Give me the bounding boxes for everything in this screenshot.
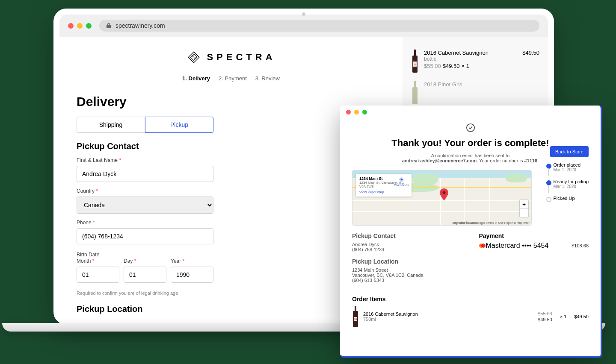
order-item-row: 18 2016 Cabernet Sauvignon 750ml $55.00 … — [352, 306, 589, 327]
payment-amount: $108.68 — [572, 243, 589, 248]
brand-header: SPECTRA — [77, 50, 385, 65]
cart-item: 2018 Pinot Gris — [411, 81, 539, 104]
step-delivery[interactable]: 1. Delivery — [182, 75, 210, 82]
cart-item-qty: × 1 — [462, 63, 469, 69]
view-larger-map-link[interactable]: View larger map — [359, 190, 384, 194]
directions-icon — [398, 176, 404, 182]
svg-rect-10 — [355, 306, 356, 311]
svg-rect-1 — [191, 54, 197, 60]
map-info-card: 1234 Main St 1234 Main St, Vancouver, BC… — [356, 174, 412, 197]
phone-input[interactable] — [77, 228, 213, 244]
wine-bottle-icon: 18 — [352, 306, 359, 327]
close-window-icon[interactable] — [68, 23, 74, 29]
delivery-mode-tabs: Shipping Pickup — [77, 117, 213, 133]
timeline-item-ready: Ready for pickup Mar 1, 2020 — [545, 179, 589, 189]
name-input[interactable] — [77, 166, 213, 182]
order-details: Pickup Contact Andrea Dyck (604) 768-123… — [352, 232, 589, 289]
pickup-tab[interactable]: Pickup — [145, 117, 213, 133]
wine-bottle-icon: 18 — [411, 50, 419, 73]
order-item-total: $49.50 — [574, 314, 589, 319]
window-controls — [68, 23, 92, 29]
country-select[interactable]: Canada — [77, 197, 213, 214]
lock-icon — [106, 23, 111, 29]
pickup-location-phone: (604) 613-5343 — [352, 278, 462, 283]
minimize-window-icon[interactable] — [354, 110, 359, 114]
svg-text:18: 18 — [414, 63, 417, 66]
svg-rect-2 — [414, 50, 416, 56]
order-item-variant: 750ml — [363, 317, 533, 322]
map-zoom-in-button[interactable]: + — [520, 200, 528, 208]
page-title: Delivery — [77, 94, 385, 109]
order-item-name: 2016 Cabernet Sauvignon — [363, 311, 533, 317]
brand-name: SPECTRA — [207, 52, 275, 63]
order-item-qty: × 1 — [560, 314, 567, 319]
phone-field: Phone * — [77, 220, 213, 244]
svg-rect-7 — [412, 87, 418, 104]
map-attribution: Map data ©2021 Google Terms of Use Repor… — [452, 221, 530, 224]
checkmark-circle-icon — [466, 123, 475, 132]
wine-bottle-icon — [411, 81, 419, 104]
svg-rect-0 — [189, 52, 199, 62]
pickup-location-addr1: 1234 Main Street — [352, 267, 462, 273]
svg-rect-6 — [414, 81, 416, 87]
pickup-contact-phone: (604) 768-1234 — [352, 247, 462, 252]
payment-title: Payment — [479, 232, 589, 239]
cart-item-total: $49.50 — [522, 50, 539, 56]
confirmation-window: Thank you! Your order is complete! A con… — [340, 106, 602, 358]
month-label: Month * — [77, 258, 119, 264]
map-pin-icon — [440, 188, 448, 200]
order-items-title: Order Items — [352, 296, 589, 302]
overlay-window-controls — [340, 106, 601, 119]
name-field: First & Last Name * — [77, 157, 213, 182]
pickup-contact-name: Andrea Dyck — [352, 242, 462, 247]
pickup-contact-title: Pickup Contact — [352, 232, 462, 239]
country-label: Country * — [77, 188, 213, 194]
maximize-window-icon[interactable] — [362, 110, 367, 114]
step-review[interactable]: 3. Review — [255, 75, 280, 82]
birthdate-helper: Required to confirm you are of legal dri… — [77, 291, 213, 296]
month-input[interactable] — [77, 267, 119, 283]
map-zoom-out-button[interactable]: − — [520, 208, 528, 217]
back-to-store-button[interactable]: Back to Store — [550, 146, 589, 157]
payment-method-line: Mastercard •••• 5454 $108.68 — [479, 242, 589, 250]
day-label: Day * — [124, 258, 166, 264]
minimize-window-icon[interactable] — [77, 23, 83, 29]
day-input[interactable] — [124, 267, 166, 283]
maximize-window-icon[interactable] — [86, 23, 92, 29]
pickup-contact-heading: Pickup Contact — [77, 141, 385, 151]
cart-item: 18 2016 Cabernet Sauvignon bottle $55.00… — [411, 50, 539, 73]
birthdate-group: Birth Date Month * Day * Year * Required… — [77, 250, 213, 296]
shipping-tab[interactable]: Shipping — [77, 117, 145, 133]
step-payment[interactable]: 2. Payment — [219, 75, 247, 82]
cart-item-price: $49.50 — [443, 63, 460, 69]
cart-item-variant: bottle — [424, 56, 517, 62]
svg-point-8 — [466, 124, 474, 132]
timeline-item-order-placed: Order placed Mar 1, 2020 — [545, 162, 589, 172]
url-text: spectrawinery.com — [116, 22, 165, 29]
order-items-section: Order Items 18 2016 Cabernet Sauvignon 7… — [352, 296, 589, 327]
map-zoom-controls: + − — [519, 200, 529, 217]
svg-point-9 — [443, 191, 446, 194]
directions-link[interactable]: Directions — [394, 176, 409, 187]
address-bar[interactable]: spectrawinery.com — [99, 20, 539, 32]
cart-item-original-price: $55.00 — [424, 63, 441, 69]
name-label: First & Last Name * — [77, 157, 213, 163]
pickup-location-heading: Pickup Location — [77, 304, 385, 314]
cart-item-name: 2016 Cabernet Sauvignon — [424, 50, 517, 56]
pickup-location-title: Pickup Location — [352, 258, 462, 265]
svg-text:18: 18 — [354, 318, 357, 320]
close-window-icon[interactable] — [346, 110, 351, 114]
year-label: Year * — [171, 258, 213, 264]
pickup-location-addr2: Vancouver, BC, V6A 1C2, Canada — [352, 273, 462, 278]
brand-logo-icon — [186, 50, 201, 65]
order-status-timeline: Order placed Mar 1, 2020 Ready for picku… — [545, 162, 589, 208]
mastercard-icon — [479, 244, 483, 248]
year-input[interactable] — [171, 267, 213, 283]
timeline-item-picked-up: Picked Up — [545, 196, 589, 201]
confirmation-body: Thank you! Your order is complete! A con… — [340, 119, 601, 332]
country-field: Country * Canada — [77, 188, 213, 214]
order-item-prices: $55.00 $49.50 — [538, 311, 552, 323]
cart-item-name: 2018 Pinot Gris — [424, 81, 539, 88]
checkout-steps: 1. Delivery 2. Payment 3. Review — [77, 75, 385, 82]
pickup-map[interactable]: 1234 Main St 1234 Main St, Vancouver, BC… — [352, 170, 532, 226]
